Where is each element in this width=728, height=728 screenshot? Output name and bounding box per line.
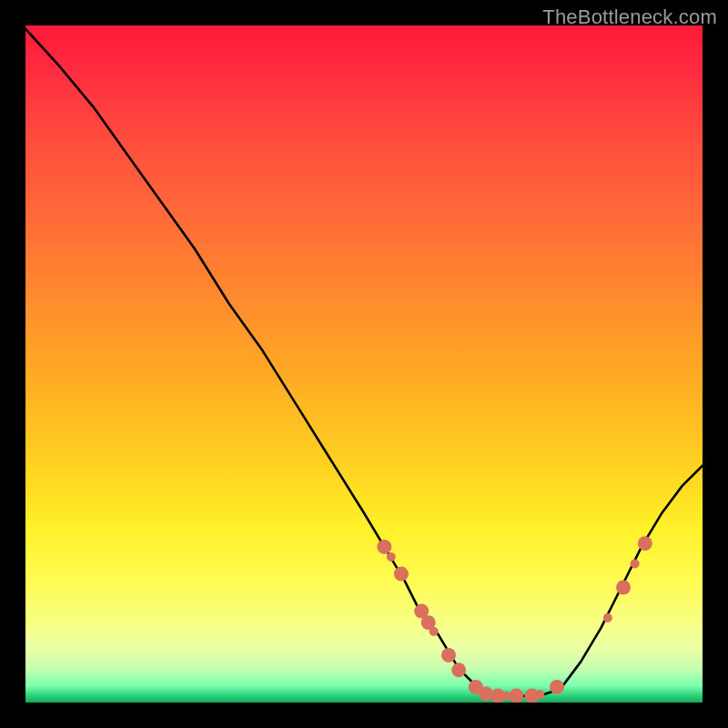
curve-markers: [377, 536, 652, 703]
curve-marker: [616, 581, 631, 595]
curve-layer: [25, 25, 703, 703]
curve-marker: [451, 662, 466, 677]
curve-marker: [509, 689, 523, 703]
curve-marker: [550, 680, 564, 694]
bottleneck-curve: [25, 29, 703, 696]
chart-frame: TheBottleneck.com: [0, 0, 728, 728]
attribution-text: TheBottleneck.com: [542, 5, 717, 29]
curve-marker: [387, 552, 396, 561]
curve-marker: [631, 560, 640, 569]
plot-area: [25, 25, 703, 703]
curve-marker: [430, 627, 439, 636]
curve-marker: [603, 613, 612, 622]
curve-marker: [638, 536, 652, 551]
curve-marker: [377, 540, 391, 554]
curve-marker: [394, 567, 409, 581]
curve-marker: [479, 686, 493, 701]
curve-marker: [441, 648, 456, 662]
curve-marker: [535, 690, 544, 699]
